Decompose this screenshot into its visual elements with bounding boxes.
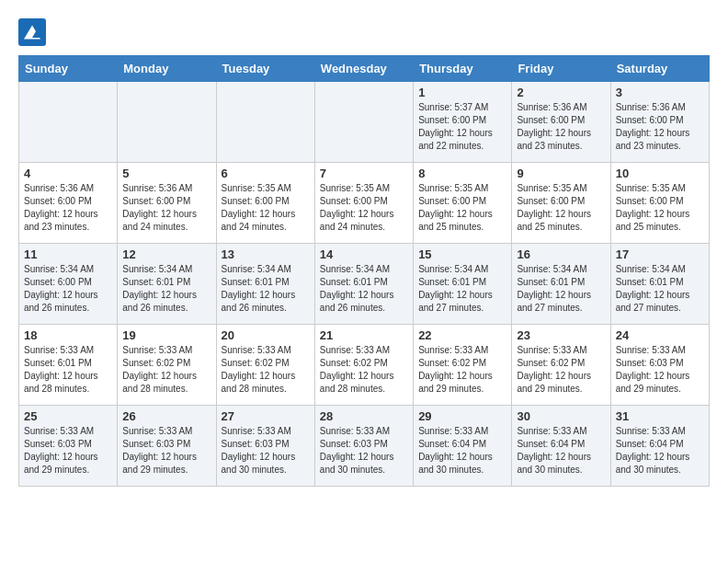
day-info: Sunrise: 5:33 AM Sunset: 6:04 PM Dayligh…	[616, 425, 704, 477]
day-number: 10	[616, 167, 704, 180]
day-info: Sunrise: 5:34 AM Sunset: 6:01 PM Dayligh…	[122, 263, 210, 315]
day-info: Sunrise: 5:34 AM Sunset: 6:00 PM Dayligh…	[24, 263, 112, 315]
day-number: 7	[320, 167, 408, 180]
calendar-cell: 15Sunrise: 5:34 AM Sunset: 6:01 PM Dayli…	[414, 244, 512, 325]
day-info: Sunrise: 5:33 AM Sunset: 6:02 PM Dayligh…	[418, 344, 506, 396]
calendar-cell: 18Sunrise: 5:33 AM Sunset: 6:01 PM Dayli…	[19, 325, 118, 406]
logo	[18, 18, 50, 46]
day-number: 20	[222, 328, 310, 342]
day-info: Sunrise: 5:33 AM Sunset: 6:04 PM Dayligh…	[517, 425, 605, 477]
day-number: 1	[418, 86, 506, 99]
calendar-cell: 16Sunrise: 5:34 AM Sunset: 6:01 PM Dayli…	[512, 244, 610, 325]
day-info: Sunrise: 5:35 AM Sunset: 6:00 PM Dayligh…	[517, 182, 605, 234]
weekday-header-tuesday: Tuesday	[216, 56, 314, 82]
week-row-0: 1Sunrise: 5:37 AM Sunset: 6:00 PM Daylig…	[19, 82, 710, 163]
weekday-header-sunday: Sunday	[19, 56, 118, 82]
calendar-table: SundayMondayTuesdayWednesdayThursdayFrid…	[18, 55, 710, 487]
calendar-cell: 28Sunrise: 5:33 AM Sunset: 6:03 PM Dayli…	[314, 406, 413, 487]
week-row-4: 25Sunrise: 5:33 AM Sunset: 6:03 PM Dayli…	[19, 406, 710, 487]
day-info: Sunrise: 5:33 AM Sunset: 6:03 PM Dayligh…	[222, 425, 310, 477]
day-number: 4	[24, 167, 112, 180]
logo-icon	[18, 18, 46, 46]
day-number: 8	[418, 167, 506, 180]
day-info: Sunrise: 5:35 AM Sunset: 6:00 PM Dayligh…	[418, 182, 506, 234]
weekday-header-friday: Friday	[512, 56, 610, 82]
day-info: Sunrise: 5:36 AM Sunset: 6:00 PM Dayligh…	[517, 101, 605, 153]
day-number: 15	[418, 247, 506, 261]
week-row-2: 11Sunrise: 5:34 AM Sunset: 6:00 PM Dayli…	[19, 244, 710, 325]
calendar-cell: 17Sunrise: 5:34 AM Sunset: 6:01 PM Dayli…	[610, 244, 709, 325]
weekday-header-thursday: Thursday	[414, 56, 512, 82]
day-info: Sunrise: 5:35 AM Sunset: 6:00 PM Dayligh…	[320, 182, 408, 234]
calendar-cell	[216, 82, 314, 163]
day-number: 24	[616, 328, 704, 342]
day-info: Sunrise: 5:34 AM Sunset: 6:01 PM Dayligh…	[418, 263, 506, 315]
day-number: 27	[222, 409, 310, 423]
calendar-cell: 13Sunrise: 5:34 AM Sunset: 6:01 PM Dayli…	[216, 244, 314, 325]
week-row-1: 4Sunrise: 5:36 AM Sunset: 6:00 PM Daylig…	[19, 163, 710, 244]
calendar-cell: 11Sunrise: 5:34 AM Sunset: 6:00 PM Dayli…	[19, 244, 118, 325]
calendar-cell: 5Sunrise: 5:36 AM Sunset: 6:00 PM Daylig…	[118, 163, 216, 244]
day-number: 6	[222, 167, 310, 180]
day-info: Sunrise: 5:37 AM Sunset: 6:00 PM Dayligh…	[418, 101, 506, 153]
calendar-cell: 22Sunrise: 5:33 AM Sunset: 6:02 PM Dayli…	[414, 325, 512, 406]
calendar-cell: 20Sunrise: 5:33 AM Sunset: 6:02 PM Dayli…	[216, 325, 314, 406]
calendar-cell: 19Sunrise: 5:33 AM Sunset: 6:02 PM Dayli…	[118, 325, 216, 406]
day-info: Sunrise: 5:33 AM Sunset: 6:03 PM Dayligh…	[616, 344, 704, 396]
day-number: 22	[418, 328, 506, 342]
day-info: Sunrise: 5:33 AM Sunset: 6:02 PM Dayligh…	[122, 344, 210, 396]
day-info: Sunrise: 5:36 AM Sunset: 6:00 PM Dayligh…	[616, 101, 704, 153]
calendar-cell: 14Sunrise: 5:34 AM Sunset: 6:01 PM Dayli…	[314, 244, 413, 325]
calendar-cell	[19, 82, 118, 163]
day-number: 29	[418, 409, 506, 423]
day-info: Sunrise: 5:33 AM Sunset: 6:02 PM Dayligh…	[320, 344, 408, 396]
calendar-cell: 1Sunrise: 5:37 AM Sunset: 6:00 PM Daylig…	[414, 82, 512, 163]
day-number: 28	[320, 409, 408, 423]
calendar-cell: 3Sunrise: 5:36 AM Sunset: 6:00 PM Daylig…	[610, 82, 709, 163]
calendar-cell: 24Sunrise: 5:33 AM Sunset: 6:03 PM Dayli…	[610, 325, 709, 406]
day-info: Sunrise: 5:33 AM Sunset: 6:02 PM Dayligh…	[517, 344, 605, 396]
day-info: Sunrise: 5:33 AM Sunset: 6:04 PM Dayligh…	[418, 425, 506, 477]
weekday-header-wednesday: Wednesday	[314, 56, 413, 82]
weekday-header-saturday: Saturday	[610, 56, 709, 82]
calendar-cell: 9Sunrise: 5:35 AM Sunset: 6:00 PM Daylig…	[512, 163, 610, 244]
day-number: 19	[122, 328, 210, 342]
day-number: 18	[24, 328, 112, 342]
calendar-cell: 8Sunrise: 5:35 AM Sunset: 6:00 PM Daylig…	[414, 163, 512, 244]
day-number: 13	[222, 247, 310, 261]
day-info: Sunrise: 5:36 AM Sunset: 6:00 PM Dayligh…	[122, 182, 210, 234]
day-info: Sunrise: 5:33 AM Sunset: 6:03 PM Dayligh…	[122, 425, 210, 477]
calendar-cell: 21Sunrise: 5:33 AM Sunset: 6:02 PM Dayli…	[314, 325, 413, 406]
day-number: 17	[616, 247, 704, 261]
calendar-cell: 25Sunrise: 5:33 AM Sunset: 6:03 PM Dayli…	[19, 406, 118, 487]
day-info: Sunrise: 5:33 AM Sunset: 6:02 PM Dayligh…	[222, 344, 310, 396]
calendar-cell: 26Sunrise: 5:33 AM Sunset: 6:03 PM Dayli…	[118, 406, 216, 487]
day-info: Sunrise: 5:34 AM Sunset: 6:01 PM Dayligh…	[222, 263, 310, 315]
day-info: Sunrise: 5:33 AM Sunset: 6:03 PM Dayligh…	[24, 425, 112, 477]
calendar-cell: 29Sunrise: 5:33 AM Sunset: 6:04 PM Dayli…	[414, 406, 512, 487]
day-info: Sunrise: 5:35 AM Sunset: 6:00 PM Dayligh…	[222, 182, 310, 234]
calendar-cell: 4Sunrise: 5:36 AM Sunset: 6:00 PM Daylig…	[19, 163, 118, 244]
day-number: 30	[517, 409, 605, 423]
calendar-cell	[314, 82, 413, 163]
calendar-cell: 30Sunrise: 5:33 AM Sunset: 6:04 PM Dayli…	[512, 406, 610, 487]
calendar-cell: 6Sunrise: 5:35 AM Sunset: 6:00 PM Daylig…	[216, 163, 314, 244]
day-info: Sunrise: 5:34 AM Sunset: 6:01 PM Dayligh…	[517, 263, 605, 315]
day-number: 25	[24, 409, 112, 423]
day-number: 23	[517, 328, 605, 342]
day-number: 26	[122, 409, 210, 423]
weekday-header-monday: Monday	[118, 56, 216, 82]
day-info: Sunrise: 5:35 AM Sunset: 6:00 PM Dayligh…	[616, 182, 704, 234]
day-number: 12	[122, 247, 210, 261]
day-number: 9	[517, 167, 605, 180]
day-info: Sunrise: 5:36 AM Sunset: 6:00 PM Dayligh…	[24, 182, 112, 234]
page-header	[18, 18, 710, 46]
day-info: Sunrise: 5:34 AM Sunset: 6:01 PM Dayligh…	[320, 263, 408, 315]
day-number: 16	[517, 247, 605, 261]
calendar-cell: 10Sunrise: 5:35 AM Sunset: 6:00 PM Dayli…	[610, 163, 709, 244]
day-number: 11	[24, 247, 112, 261]
calendar-cell: 2Sunrise: 5:36 AM Sunset: 6:00 PM Daylig…	[512, 82, 610, 163]
day-number: 3	[616, 86, 704, 99]
calendar-cell: 31Sunrise: 5:33 AM Sunset: 6:04 PM Dayli…	[610, 406, 709, 487]
day-number: 5	[122, 167, 210, 180]
